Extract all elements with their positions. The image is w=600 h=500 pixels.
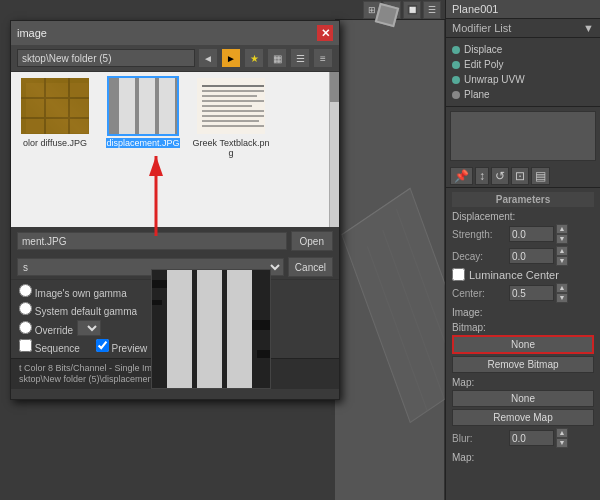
- svg-rect-31: [252, 320, 270, 330]
- file-thumbnail-diffuse: [19, 76, 91, 136]
- svg-rect-6: [26, 83, 88, 133]
- gamma-system-label[interactable]: System default gamma: [19, 302, 137, 317]
- dialog-toolbar: ◄ ► ★ ▦ ☰ ≡: [11, 45, 339, 72]
- toolbar-icon-4[interactable]: ☰: [423, 1, 441, 19]
- remove-bitmap-button[interactable]: Remove Bitmap: [452, 356, 594, 373]
- luminance-center-label: Luminance Center: [469, 269, 559, 281]
- strength-down[interactable]: ▼: [556, 234, 568, 244]
- strength-up[interactable]: ▲: [556, 224, 568, 234]
- red-arrow-indicator: [141, 151, 171, 251]
- modifier-name-plane: Plane: [464, 89, 490, 100]
- gamma-system-radio[interactable]: [19, 302, 32, 315]
- params-title: Parameters: [452, 192, 594, 207]
- sequence-checkbox[interactable]: [19, 339, 32, 352]
- svg-rect-13: [139, 78, 155, 136]
- scrollbar-thumb[interactable]: [330, 72, 339, 102]
- toolbar-icon-3[interactable]: 🔲: [403, 1, 421, 19]
- back-button[interactable]: ◄: [198, 48, 218, 68]
- blur-input[interactable]: [509, 430, 554, 446]
- file-list: olor diffuse.JPG displacement.JPG: [11, 72, 339, 227]
- cube-icon: [377, 5, 405, 33]
- right-toolbar: 📌 ↕ ↺ ⊡ ▤: [446, 165, 600, 188]
- center-up[interactable]: ▲: [556, 283, 568, 293]
- svg-rect-29: [152, 280, 167, 288]
- center-label: Center:: [452, 288, 507, 299]
- blur-up[interactable]: ▲: [556, 428, 568, 438]
- modifier-dropdown-arrow[interactable]: ▼: [583, 22, 594, 34]
- card-text: Card: [271, 274, 301, 290]
- svg-rect-30: [152, 300, 162, 305]
- svg-rect-32: [257, 350, 270, 358]
- right-panel: Plane001 Modifier List ▼ Displace Edit P…: [445, 0, 600, 500]
- map2-label: Map:: [452, 452, 594, 463]
- list-item[interactable]: displacement.JPG: [103, 76, 183, 158]
- dialog-title: image: [17, 27, 47, 39]
- decay-label: Decay:: [452, 251, 507, 262]
- toolbar-pin-btn[interactable]: 📌: [450, 167, 473, 185]
- preview-checkbox[interactable]: [96, 339, 109, 352]
- luminance-center-row: Luminance Center: [452, 268, 594, 281]
- sequence-label[interactable]: Sequence: [19, 339, 80, 354]
- file-name-greek: Greek Textblack.png: [191, 138, 271, 158]
- preview-label[interactable]: Preview: [96, 339, 147, 354]
- scrollbar-vertical[interactable]: [329, 72, 339, 227]
- parameters-section: Parameters Displacement: Strength: ▲ ▼ D…: [446, 188, 600, 500]
- center-down[interactable]: ▼: [556, 293, 568, 303]
- preview-image: [151, 269, 271, 389]
- strength-spinner: ▲ ▼: [556, 224, 568, 244]
- list-item[interactable]: Greek Textblack.png: [191, 76, 271, 158]
- open-button[interactable]: Open: [291, 231, 333, 251]
- preview-img-content: [152, 270, 270, 388]
- bitmap-label: Bitmap:: [452, 322, 594, 333]
- dialog-close-button[interactable]: ✕: [317, 25, 333, 41]
- decay-input[interactable]: [509, 248, 554, 264]
- modifier-list-header: Modifier List ▼: [446, 19, 600, 38]
- svg-rect-26: [167, 270, 192, 388]
- plane-name: Plane001: [452, 3, 499, 15]
- center-spinner: ▲ ▼: [556, 283, 568, 303]
- list-item[interactable]: olor diffuse.JPG: [15, 76, 95, 158]
- modifier-name-displace: Displace: [464, 44, 502, 55]
- viewport-3d: [335, 0, 445, 500]
- nav-arrow-button[interactable]: ►: [221, 48, 241, 68]
- plane-name-header: Plane001: [446, 0, 600, 19]
- gamma-own-label[interactable]: Image's own gamma: [19, 284, 127, 299]
- grid-view-button[interactable]: ▦: [267, 48, 287, 68]
- favorites-button[interactable]: ★: [244, 48, 264, 68]
- modifier-name-unwrap: Unwrap UVW: [464, 74, 525, 85]
- svg-rect-27: [197, 270, 222, 388]
- svg-rect-12: [119, 78, 135, 136]
- center-input[interactable]: [509, 285, 554, 301]
- map-none-button[interactable]: None: [452, 390, 594, 407]
- strength-row: Strength: ▲ ▼: [452, 224, 594, 244]
- luminance-checkbox[interactable]: [452, 268, 465, 281]
- modifier-item-displace[interactable]: Displace: [450, 42, 596, 57]
- strength-label: Strength:: [452, 229, 507, 240]
- decay-up[interactable]: ▲: [556, 246, 568, 256]
- modifier-dot-displace: [452, 46, 460, 54]
- strength-input[interactable]: [509, 226, 554, 242]
- decay-down[interactable]: ▼: [556, 256, 568, 266]
- toolbar-scale-btn[interactable]: ⊡: [511, 167, 529, 185]
- detail-button[interactable]: ≡: [313, 48, 333, 68]
- gamma-override-label[interactable]: Override: [19, 321, 73, 336]
- modifier-dot-plane: [452, 91, 460, 99]
- modifier-item-unwrap[interactable]: Unwrap UVW: [450, 72, 596, 87]
- path-input[interactable]: [17, 49, 195, 67]
- blur-down[interactable]: ▼: [556, 438, 568, 448]
- modifier-item-plane[interactable]: Plane: [450, 87, 596, 102]
- toolbar-move-btn[interactable]: ↕: [475, 167, 489, 185]
- toolbar-rotate-btn[interactable]: ↺: [491, 167, 509, 185]
- modifier-item-editpoly[interactable]: Edit Poly: [450, 57, 596, 72]
- remove-map-button[interactable]: Remove Map: [452, 409, 594, 426]
- modifier-preview-box: [450, 111, 596, 161]
- gamma-override-radio[interactable]: [19, 321, 32, 334]
- displacement-group-label: Displacement:: [452, 211, 594, 222]
- toolbar-panel-btn[interactable]: ▤: [531, 167, 550, 185]
- decay-spinner: ▲ ▼: [556, 246, 568, 266]
- blur-spinner: ▲ ▼: [556, 428, 568, 448]
- bitmap-none-button[interactable]: None: [452, 335, 594, 354]
- list-view-button[interactable]: ☰: [290, 48, 310, 68]
- gamma-override-select[interactable]: [77, 320, 101, 336]
- gamma-own-radio[interactable]: [19, 284, 32, 297]
